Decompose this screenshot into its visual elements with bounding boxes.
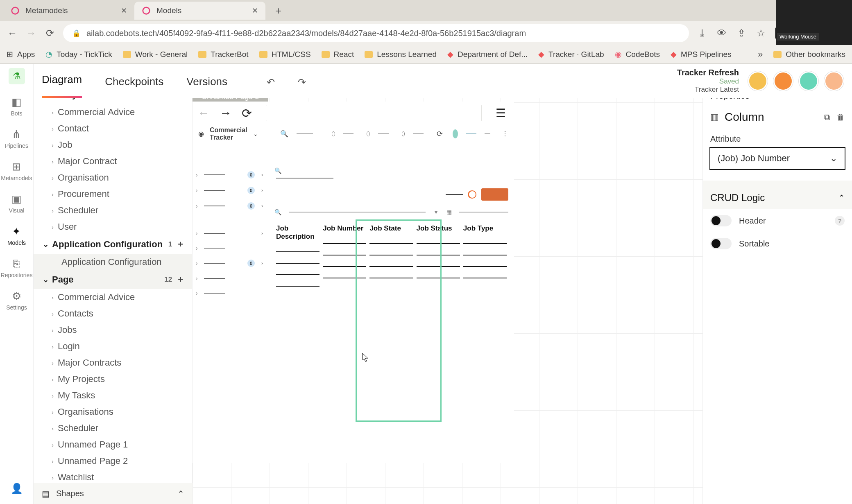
more-icon: ⋮ [502, 130, 508, 138]
mock-addressbar [266, 105, 482, 121]
toggle-switch[interactable] [710, 238, 732, 249]
rail-metamodels[interactable]: ⊞Metamodels [1, 160, 32, 181]
entity-item[interactable]: ›Procurement [34, 186, 192, 202]
page-item[interactable]: ›Unnamed Page 1 [34, 436, 192, 453]
canvas[interactable]: Unnamed Page 1 ← → ⟳ ☰ ◉ Commercial Trac… [193, 64, 702, 504]
avatar[interactable] [748, 71, 768, 91]
favicon-icon [142, 6, 151, 15]
crud-section[interactable]: CRUD Logic ⌃ [703, 181, 852, 209]
section-appconfig[interactable]: ⌄ Application Configuration 1 + [34, 235, 192, 254]
other-bookmarks[interactable]: Other bookmarks [773, 50, 845, 59]
bookmark-item[interactable]: HTML/CSS [259, 50, 311, 59]
properties-panel: 62% ⊖ ⊕ ⛶ Properties » ▥ Column ⧉ 🗑 Attr… [702, 64, 852, 504]
shapes-panel[interactable]: ▤ Shapes ⌃ [34, 483, 193, 504]
page-item[interactable]: ›Major Contracts [34, 355, 192, 371]
address-bar[interactable]: 🔒 ailab.codebots.tech/405f4092-9fa9-4f11… [63, 24, 689, 42]
entity-item[interactable]: ›Job [34, 137, 192, 153]
redo-button[interactable]: ↷ [298, 67, 306, 98]
entity-item[interactable]: ›Scheduler [34, 202, 192, 219]
bookmark-item[interactable]: React [322, 50, 354, 59]
avatar[interactable] [773, 71, 793, 91]
gitlab-icon: ◆ [671, 50, 677, 59]
app-logo[interactable]: ⚗ [9, 68, 25, 84]
rail-bots[interactable]: ◧Bots [11, 96, 22, 117]
undo-button[interactable]: ↶ [267, 67, 275, 98]
bookmark-item[interactable]: Work - General [123, 50, 188, 59]
rail-pipelines[interactable]: ⋔Pipelines [5, 128, 28, 149]
add-page-button[interactable]: + [178, 274, 183, 285]
user-menu[interactable]: 👤 [11, 483, 23, 494]
page-item[interactable]: ›Login [34, 338, 192, 355]
page-item[interactable]: ›Jobs [34, 322, 192, 338]
tab-metamodels[interactable]: Metamodels ✕ [3, 2, 134, 20]
attribute-select[interactable]: (Job) Job Number ⌄ [709, 147, 845, 170]
object-type: Column [725, 111, 764, 124]
bookmark-item[interactable]: ◆Department of Def... [447, 50, 528, 59]
section-page[interactable]: ⌄ Page 12 + [34, 270, 192, 289]
entity-item[interactable]: ›Commercial Advice [34, 104, 192, 120]
add-config-button[interactable]: + [178, 239, 183, 250]
close-icon[interactable]: ✕ [121, 6, 127, 15]
chevron-right-icon: › [52, 392, 54, 399]
delete-icon[interactable]: 🗑 [836, 113, 845, 122]
address-row: ← → ⟳ 🔒 ailab.codebots.tech/405f4092-9fa… [0, 21, 852, 45]
entity-item[interactable]: ›Contact [34, 120, 192, 137]
install-icon[interactable]: ⤓ [696, 27, 708, 39]
rail-visual[interactable]: ▣Visual [9, 193, 25, 214]
page-item[interactable]: ›Unnamed Page 2 [34, 453, 192, 469]
table-column[interactable]: Job Status [415, 222, 462, 300]
mock-main: 🔍 🔍 ▾ ▦ J [274, 167, 508, 300]
bookmark-item[interactable]: ◆MPS Pipelines [671, 50, 732, 59]
bookmark-overflow[interactable]: » [758, 49, 763, 60]
forward-button[interactable]: → [25, 27, 37, 39]
svg-point-0 [12, 7, 19, 14]
table-column[interactable]: Job State [368, 222, 415, 300]
close-icon[interactable]: ✕ [252, 6, 258, 15]
nav-diagram[interactable]: Diagram [42, 63, 82, 98]
avatar[interactable] [824, 71, 844, 91]
table-column-selected[interactable]: Job Number [321, 222, 368, 300]
toggle-switch[interactable] [710, 215, 732, 226]
page-item[interactable]: ›Commercial Advice [34, 289, 192, 305]
crud-header-toggle[interactable]: Header ? [703, 209, 852, 232]
attribute-label: Attribute [703, 128, 852, 147]
bookmark-item[interactable]: TrackerBot [198, 50, 248, 59]
bookmark-item[interactable]: ◔Today - TickTick [45, 50, 112, 59]
refresh-icon: ⟳ [437, 129, 443, 138]
new-tab-button[interactable]: + [270, 5, 286, 17]
bookmark-item[interactable]: ◆Tracker · GitLab [538, 50, 604, 59]
eye-off-icon[interactable]: 👁 [716, 27, 727, 39]
crud-sortable-toggle[interactable]: Sortable [703, 232, 852, 255]
tab-models[interactable]: Models ✕ [134, 2, 265, 20]
reload-button[interactable]: ⟳ [44, 27, 56, 39]
duplicate-icon[interactable]: ⧉ [824, 113, 830, 122]
share-icon[interactable]: ⇪ [736, 27, 747, 39]
table-column[interactable]: Job Description [274, 222, 321, 300]
apps-button[interactable]: ⊞Apps [7, 50, 35, 59]
entity-item[interactable]: ›User [34, 219, 192, 235]
entity-item[interactable]: ›Major Contract [34, 153, 192, 170]
appconfig-item[interactable]: Application Configuration [34, 254, 192, 270]
page-item[interactable]: ›Scheduler [34, 420, 192, 436]
page-item[interactable]: ›My Projects [34, 371, 192, 387]
help-icon[interactable]: ? [835, 216, 845, 226]
back-button[interactable]: ← [7, 27, 18, 39]
nav-checkpoints[interactable]: Checkpoints [105, 66, 163, 98]
nav-versions[interactable]: Versions [186, 66, 227, 98]
avatar[interactable] [799, 71, 818, 91]
bookmark-item[interactable]: ◉CodeBots [615, 50, 660, 59]
primary-button [481, 188, 508, 201]
rail-settings[interactable]: ⚙Settings [6, 290, 27, 311]
shapes-icon: ▤ [42, 489, 50, 499]
video-pip[interactable]: Working Mouse [776, 0, 852, 45]
page-item[interactable]: ›My Tasks [34, 387, 192, 404]
bookmark-item[interactable]: Lessons Learned [365, 50, 437, 59]
entity-item[interactable]: ›Organisation [34, 170, 192, 186]
page-item[interactable]: ›Organisations [34, 404, 192, 420]
radio-icon [367, 131, 370, 136]
rail-repositories[interactable]: ⎘Repositories [1, 258, 33, 278]
star-icon[interactable]: ☆ [755, 27, 767, 39]
table-column[interactable]: Job Type [462, 222, 508, 300]
page-item[interactable]: ›Contacts [34, 305, 192, 322]
rail-models[interactable]: ✦Models [7, 225, 26, 246]
